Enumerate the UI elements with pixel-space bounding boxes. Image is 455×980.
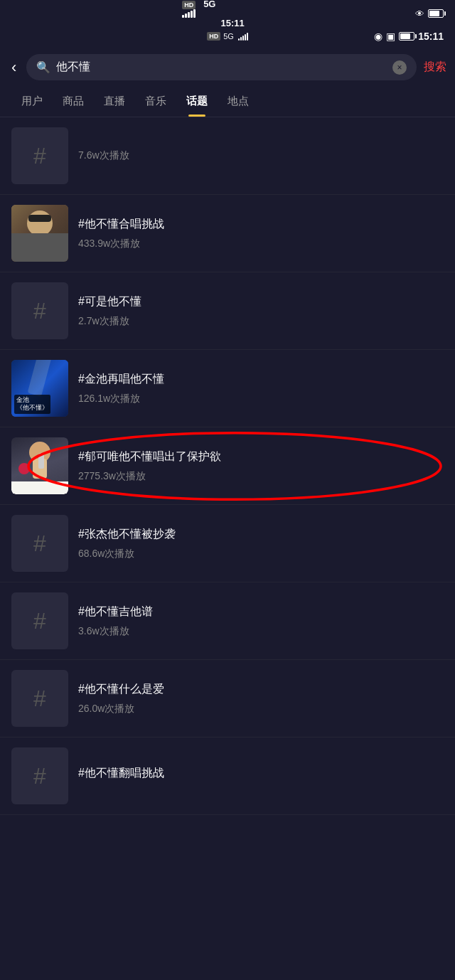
item-play-count: 2.7w次播放: [78, 315, 444, 328]
item-info: #郁可唯他不懂唱出了保护欲 2775.3w次播放: [78, 449, 444, 483]
item-title: #郁可唯他不懂唱出了保护欲: [78, 449, 444, 464]
list-item[interactable]: # #可是他不懂 2.7w次播放: [0, 272, 455, 350]
topic-thumbnail: [11, 437, 68, 494]
signal-bars-icon: [238, 32, 248, 41]
item-play-count: 433.9w次播放: [78, 238, 444, 250]
hash-icon: #: [33, 686, 46, 712]
hash-icon: #: [33, 608, 46, 634]
item-title: #他不懂什么是爱: [78, 681, 444, 697]
item-info: #他不懂翻唱挑战: [78, 765, 444, 787]
results-list: # 7.6w次播放 #他不懂合唱挑战 433.9w次播放 # #可是他不懂 2.…: [0, 117, 455, 815]
item-play-count: 2775.3w次播放: [78, 470, 444, 483]
eye-icon: 👁: [415, 9, 424, 19]
item-play-count: 68.6w次播放: [78, 548, 444, 560]
tab-topic[interactable]: 话题: [176, 86, 218, 117]
highlighted-item-wrapper: #郁可唯他不懂唱出了保护欲 2775.3w次播放: [0, 427, 455, 505]
item-info: #他不懂什么是爱 26.0w次播放: [78, 681, 444, 715]
hd-icon: HD: [182, 1, 196, 9]
item-title: #他不懂合唱挑战: [78, 216, 444, 232]
list-item[interactable]: #他不懂合唱挑战 433.9w次播放: [0, 195, 455, 272]
battery-fill: [429, 11, 439, 16]
search-query-text: 他不懂: [56, 60, 387, 75]
item-info: 7.6w次播放: [78, 149, 444, 162]
tabs-bar: 用户 商品 直播 音乐 话题 地点: [0, 86, 455, 117]
list-item[interactable]: # #张杰他不懂被抄袭 68.6w次播放: [0, 505, 455, 582]
item-info: #他不懂吉他谱 3.6w次播放: [78, 604, 444, 638]
item-title: #可是他不懂: [78, 294, 444, 309]
visibility-icon: ◉: [374, 31, 382, 42]
item-play-count: 126.1w次播放: [78, 393, 444, 405]
status-center-info: HD 5G: [207, 32, 248, 41]
battery-level: [400, 33, 410, 39]
item-title: #他不懂翻唱挑战: [78, 765, 444, 781]
clear-search-button[interactable]: ×: [392, 60, 407, 75]
status-time: HD 5G 15:11: [182, 0, 244, 28]
5g-label: 5G: [223, 32, 234, 41]
item-info: #张杰他不懂被抄袭 68.6w次播放: [78, 526, 444, 560]
tab-location[interactable]: 地点: [218, 86, 259, 117]
battery-icon: [428, 9, 444, 18]
item-play-count: 7.6w次播放: [78, 149, 444, 162]
item-info: #他不懂合唱挑战 433.9w次播放: [78, 216, 444, 250]
status-bar-2: HD 5G ◉ ▣ 15:11: [0, 26, 455, 48]
tab-users[interactable]: 用户: [11, 86, 53, 117]
search-submit-button[interactable]: 搜索: [424, 60, 446, 75]
item-play-count: 3.6w次播放: [78, 625, 444, 638]
search-bar: ‹ 🔍 他不懂 × 搜索: [0, 48, 455, 86]
hash-icon: #: [33, 143, 46, 169]
list-item[interactable]: 金池《他不懂》 #金池再唱他不懂 126.1w次播放: [0, 350, 455, 427]
search-icon: 🔍: [36, 60, 50, 74]
topic-thumbnail: [11, 205, 68, 262]
item-title: #金池再唱他不懂: [78, 371, 444, 387]
topic-thumbnail: #: [11, 282, 68, 339]
hash-icon: #: [33, 298, 46, 324]
topic-thumbnail: #: [11, 747, 68, 804]
list-item[interactable]: # #他不懂吉他谱 3.6w次播放: [0, 582, 455, 660]
time-display: 15:11: [220, 18, 244, 28]
hash-icon: #: [33, 763, 46, 789]
topic-thumbnail: #: [11, 670, 68, 727]
topic-thumbnail: #: [11, 592, 68, 649]
tab-live[interactable]: 直播: [94, 86, 135, 117]
network-type: 5G: [203, 0, 215, 9]
hash-icon: #: [33, 531, 46, 557]
list-item[interactable]: # #他不懂什么是爱 26.0w次播放: [0, 660, 455, 737]
signal-icon: [182, 9, 244, 18]
list-item[interactable]: # 7.6w次播放: [0, 117, 455, 195]
topic-thumbnail: #: [11, 127, 68, 184]
sim-icon: ▣: [386, 31, 395, 42]
hd-badge-text: HD: [182, 0, 198, 9]
item-info: #金池再唱他不懂 126.1w次播放: [78, 371, 444, 405]
item-play-count: 26.0w次播放: [78, 703, 444, 715]
topic-thumbnail: #: [11, 515, 68, 572]
status-right: 👁: [415, 9, 444, 19]
clock: 15:11: [418, 31, 444, 42]
hd-label: HD: [207, 32, 220, 41]
status-right-info: ◉ ▣ 15:11: [248, 31, 444, 42]
back-button[interactable]: ‹: [9, 55, 19, 80]
tab-music[interactable]: 音乐: [135, 86, 176, 117]
item-title: #张杰他不懂被抄袭: [78, 526, 444, 542]
item-info: #可是他不懂 2.7w次播放: [78, 294, 444, 328]
battery-indicator: [428, 9, 444, 18]
list-item[interactable]: # #他不懂翻唱挑战: [0, 737, 455, 815]
list-item-highlighted[interactable]: #郁可唯他不懂唱出了保护欲 2775.3w次播放: [0, 427, 455, 505]
tab-goods[interactable]: 商品: [53, 86, 94, 117]
topic-thumbnail: 金池《他不懂》: [11, 360, 68, 417]
status-bar: HD 5G 15:11 👁: [0, 0, 455, 26]
search-input-wrapper[interactable]: 🔍 他不懂 ×: [26, 54, 417, 80]
item-title: #他不懂吉他谱: [78, 604, 444, 619]
battery-status-icon: [399, 32, 414, 41]
